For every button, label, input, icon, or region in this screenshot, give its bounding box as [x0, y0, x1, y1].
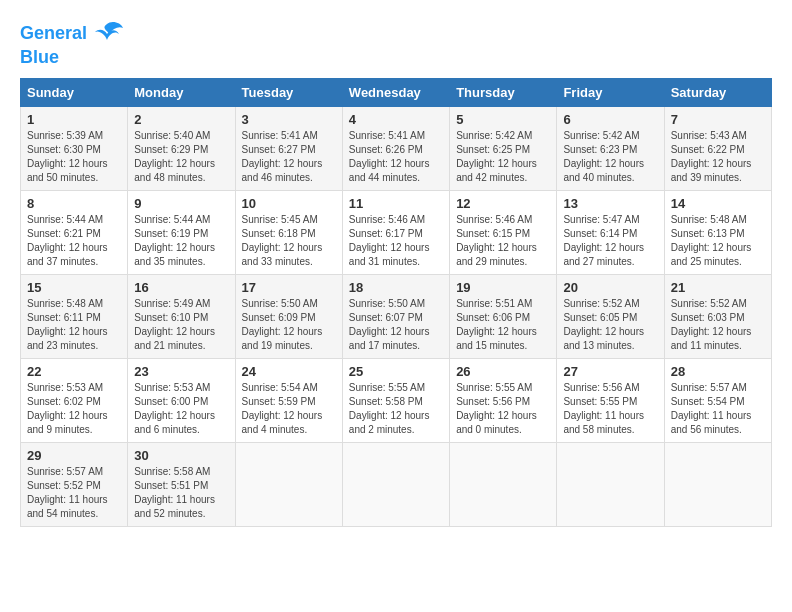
day-info: Sunrise: 5:48 AM Sunset: 6:13 PM Dayligh… [671, 213, 765, 269]
calendar-cell [450, 442, 557, 526]
day-info: Sunrise: 5:39 AM Sunset: 6:30 PM Dayligh… [27, 129, 121, 185]
logo: General Blue [20, 20, 123, 68]
day-number: 17 [242, 280, 336, 295]
day-number: 10 [242, 196, 336, 211]
calendar-cell: 8Sunrise: 5:44 AM Sunset: 6:21 PM Daylig… [21, 190, 128, 274]
day-info: Sunrise: 5:44 AM Sunset: 6:19 PM Dayligh… [134, 213, 228, 269]
day-number: 20 [563, 280, 657, 295]
header-row: Sunday Monday Tuesday Wednesday Thursday… [21, 78, 772, 106]
day-info: Sunrise: 5:52 AM Sunset: 6:03 PM Dayligh… [671, 297, 765, 353]
day-info: Sunrise: 5:43 AM Sunset: 6:22 PM Dayligh… [671, 129, 765, 185]
col-monday: Monday [128, 78, 235, 106]
calendar-cell: 19Sunrise: 5:51 AM Sunset: 6:06 PM Dayli… [450, 274, 557, 358]
col-wednesday: Wednesday [342, 78, 449, 106]
day-info: Sunrise: 5:55 AM Sunset: 5:56 PM Dayligh… [456, 381, 550, 437]
calendar-cell: 24Sunrise: 5:54 AM Sunset: 5:59 PM Dayli… [235, 358, 342, 442]
day-number: 16 [134, 280, 228, 295]
day-info: Sunrise: 5:50 AM Sunset: 6:07 PM Dayligh… [349, 297, 443, 353]
day-number: 12 [456, 196, 550, 211]
col-friday: Friday [557, 78, 664, 106]
calendar-cell: 14Sunrise: 5:48 AM Sunset: 6:13 PM Dayli… [664, 190, 771, 274]
day-info: Sunrise: 5:58 AM Sunset: 5:51 PM Dayligh… [134, 465, 228, 521]
calendar-cell: 23Sunrise: 5:53 AM Sunset: 6:00 PM Dayli… [128, 358, 235, 442]
day-info: Sunrise: 5:51 AM Sunset: 6:06 PM Dayligh… [456, 297, 550, 353]
calendar-cell: 28Sunrise: 5:57 AM Sunset: 5:54 PM Dayli… [664, 358, 771, 442]
day-info: Sunrise: 5:41 AM Sunset: 6:27 PM Dayligh… [242, 129, 336, 185]
col-sunday: Sunday [21, 78, 128, 106]
col-saturday: Saturday [664, 78, 771, 106]
calendar-cell: 4Sunrise: 5:41 AM Sunset: 6:26 PM Daylig… [342, 106, 449, 190]
calendar-cell: 30Sunrise: 5:58 AM Sunset: 5:51 PM Dayli… [128, 442, 235, 526]
day-number: 18 [349, 280, 443, 295]
day-number: 30 [134, 448, 228, 463]
day-number: 6 [563, 112, 657, 127]
day-number: 14 [671, 196, 765, 211]
day-number: 2 [134, 112, 228, 127]
calendar-cell: 13Sunrise: 5:47 AM Sunset: 6:14 PM Dayli… [557, 190, 664, 274]
day-number: 7 [671, 112, 765, 127]
calendar-cell [342, 442, 449, 526]
day-info: Sunrise: 5:50 AM Sunset: 6:09 PM Dayligh… [242, 297, 336, 353]
day-info: Sunrise: 5:53 AM Sunset: 6:00 PM Dayligh… [134, 381, 228, 437]
day-number: 21 [671, 280, 765, 295]
calendar-cell: 11Sunrise: 5:46 AM Sunset: 6:17 PM Dayli… [342, 190, 449, 274]
day-number: 23 [134, 364, 228, 379]
calendar-cell: 3Sunrise: 5:41 AM Sunset: 6:27 PM Daylig… [235, 106, 342, 190]
calendar-cell: 12Sunrise: 5:46 AM Sunset: 6:15 PM Dayli… [450, 190, 557, 274]
day-info: Sunrise: 5:42 AM Sunset: 6:23 PM Dayligh… [563, 129, 657, 185]
day-number: 25 [349, 364, 443, 379]
col-thursday: Thursday [450, 78, 557, 106]
calendar-cell: 10Sunrise: 5:45 AM Sunset: 6:18 PM Dayli… [235, 190, 342, 274]
day-info: Sunrise: 5:57 AM Sunset: 5:52 PM Dayligh… [27, 465, 121, 521]
day-info: Sunrise: 5:41 AM Sunset: 6:26 PM Dayligh… [349, 129, 443, 185]
day-info: Sunrise: 5:46 AM Sunset: 6:17 PM Dayligh… [349, 213, 443, 269]
calendar-row: 15Sunrise: 5:48 AM Sunset: 6:11 PM Dayli… [21, 274, 772, 358]
day-info: Sunrise: 5:47 AM Sunset: 6:14 PM Dayligh… [563, 213, 657, 269]
calendar-cell: 27Sunrise: 5:56 AM Sunset: 5:55 PM Dayli… [557, 358, 664, 442]
day-number: 4 [349, 112, 443, 127]
calendar-row: 8Sunrise: 5:44 AM Sunset: 6:21 PM Daylig… [21, 190, 772, 274]
day-info: Sunrise: 5:48 AM Sunset: 6:11 PM Dayligh… [27, 297, 121, 353]
calendar-cell: 16Sunrise: 5:49 AM Sunset: 6:10 PM Dayli… [128, 274, 235, 358]
day-info: Sunrise: 5:55 AM Sunset: 5:58 PM Dayligh… [349, 381, 443, 437]
calendar-cell: 6Sunrise: 5:42 AM Sunset: 6:23 PM Daylig… [557, 106, 664, 190]
day-number: 9 [134, 196, 228, 211]
day-info: Sunrise: 5:52 AM Sunset: 6:05 PM Dayligh… [563, 297, 657, 353]
day-number: 22 [27, 364, 121, 379]
calendar-row: 22Sunrise: 5:53 AM Sunset: 6:02 PM Dayli… [21, 358, 772, 442]
calendar-row: 29Sunrise: 5:57 AM Sunset: 5:52 PM Dayli… [21, 442, 772, 526]
logo-text: General [20, 24, 87, 44]
calendar-cell [557, 442, 664, 526]
calendar-cell: 5Sunrise: 5:42 AM Sunset: 6:25 PM Daylig… [450, 106, 557, 190]
calendar-cell: 18Sunrise: 5:50 AM Sunset: 6:07 PM Dayli… [342, 274, 449, 358]
day-number: 1 [27, 112, 121, 127]
day-number: 27 [563, 364, 657, 379]
calendar-cell [235, 442, 342, 526]
day-info: Sunrise: 5:46 AM Sunset: 6:15 PM Dayligh… [456, 213, 550, 269]
calendar-cell: 15Sunrise: 5:48 AM Sunset: 6:11 PM Dayli… [21, 274, 128, 358]
page-header: General Blue [20, 20, 772, 68]
day-number: 13 [563, 196, 657, 211]
calendar-cell: 26Sunrise: 5:55 AM Sunset: 5:56 PM Dayli… [450, 358, 557, 442]
day-info: Sunrise: 5:42 AM Sunset: 6:25 PM Dayligh… [456, 129, 550, 185]
calendar-cell: 2Sunrise: 5:40 AM Sunset: 6:29 PM Daylig… [128, 106, 235, 190]
calendar-cell: 21Sunrise: 5:52 AM Sunset: 6:03 PM Dayli… [664, 274, 771, 358]
day-info: Sunrise: 5:49 AM Sunset: 6:10 PM Dayligh… [134, 297, 228, 353]
day-info: Sunrise: 5:53 AM Sunset: 6:02 PM Dayligh… [27, 381, 121, 437]
day-number: 3 [242, 112, 336, 127]
calendar-cell [664, 442, 771, 526]
calendar-cell: 7Sunrise: 5:43 AM Sunset: 6:22 PM Daylig… [664, 106, 771, 190]
calendar-cell: 9Sunrise: 5:44 AM Sunset: 6:19 PM Daylig… [128, 190, 235, 274]
day-number: 8 [27, 196, 121, 211]
calendar-row: 1Sunrise: 5:39 AM Sunset: 6:30 PM Daylig… [21, 106, 772, 190]
day-number: 28 [671, 364, 765, 379]
col-tuesday: Tuesday [235, 78, 342, 106]
day-info: Sunrise: 5:40 AM Sunset: 6:29 PM Dayligh… [134, 129, 228, 185]
day-number: 19 [456, 280, 550, 295]
day-info: Sunrise: 5:44 AM Sunset: 6:21 PM Dayligh… [27, 213, 121, 269]
calendar-cell: 17Sunrise: 5:50 AM Sunset: 6:09 PM Dayli… [235, 274, 342, 358]
day-info: Sunrise: 5:45 AM Sunset: 6:18 PM Dayligh… [242, 213, 336, 269]
calendar-cell: 1Sunrise: 5:39 AM Sunset: 6:30 PM Daylig… [21, 106, 128, 190]
day-number: 24 [242, 364, 336, 379]
day-info: Sunrise: 5:54 AM Sunset: 5:59 PM Dayligh… [242, 381, 336, 437]
